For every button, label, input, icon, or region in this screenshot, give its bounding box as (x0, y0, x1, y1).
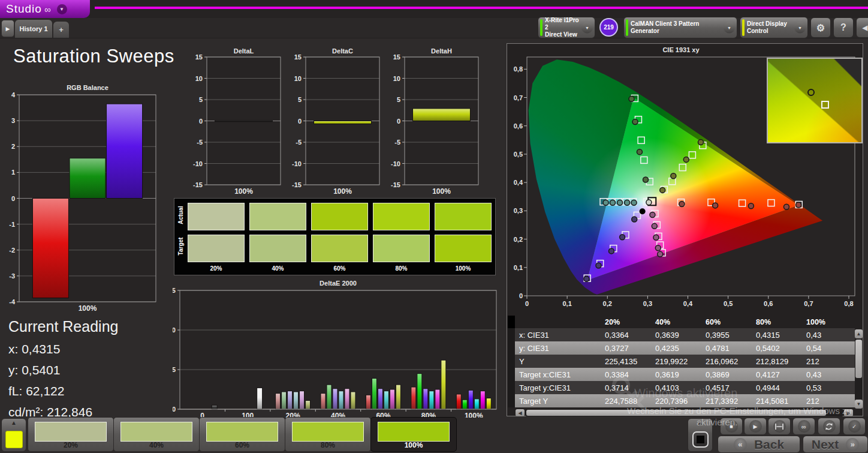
table-header-cell: 20% (604, 316, 654, 328)
table-cell: 0,54 (805, 341, 855, 355)
help-button[interactable]: ? (833, 17, 854, 38)
svg-text:0,2: 0,2 (514, 236, 523, 243)
settings-button[interactable]: ⚙ (810, 17, 831, 38)
accept-button[interactable]: ✓ (843, 418, 866, 435)
help-icon: ? (840, 22, 846, 33)
back-button[interactable]: « Back (718, 436, 800, 453)
svg-text:-4: -4 (9, 298, 16, 305)
table-cell: 0,4781 (704, 341, 755, 355)
actual-swatch-20% (188, 203, 245, 230)
table-cell: 214,5081 (755, 394, 805, 407)
table-vertical-scrollbar-thumb[interactable] (855, 340, 862, 378)
pattern-swatch-80%[interactable]: 80% (285, 417, 371, 452)
svg-text:0: 0 (199, 118, 203, 125)
pattern-window-icon (692, 431, 709, 448)
pattern-window-tile[interactable]: ▲ (688, 418, 713, 452)
table-cell: 212,8129 (755, 355, 805, 368)
yellow-target-marker (679, 164, 686, 171)
pattern-swatch-20%[interactable]: 20% (28, 417, 114, 452)
matrix-col-label: 20% (188, 265, 245, 272)
collapse-up-arrow-icon[interactable]: ▲ (688, 419, 712, 426)
play-button[interactable]: ▶ (744, 418, 767, 435)
svg-text:15: 15 (294, 53, 302, 61)
source-dropdown-caret-icon[interactable]: ▼ (724, 22, 735, 34)
source-label: CalMAN Client 3 Pattern Generator (631, 17, 724, 38)
display-dropdown-caret-icon[interactable]: ▼ (794, 22, 806, 34)
svg-text:DeltaE 2000: DeltaE 2000 (320, 280, 357, 287)
pattern-color-tile[interactable]: ▲ (1, 418, 26, 452)
green-measured-marker (632, 119, 638, 125)
stop-button[interactable]: ■ (720, 418, 743, 435)
delta-c-chart: -15-10-5051015100%DeltaC (290, 48, 381, 200)
table-header-cell: 100% (805, 316, 855, 328)
pattern-swatch-label: 40% (114, 441, 199, 449)
pattern-swatch-60%[interactable]: 60% (199, 417, 285, 452)
magenta-measured-marker (653, 235, 659, 240)
white-measured-marker (640, 208, 646, 214)
blue-measured-marker (584, 276, 589, 281)
inset-measured-marker (807, 89, 815, 96)
table-scroll-right-button[interactable]: ▶ (844, 409, 853, 416)
tab-history-1[interactable]: History 1 (15, 20, 52, 38)
magenta-measured-marker (650, 212, 655, 217)
table-row: y: CIE310,37270,42350,47810,54020,54 (508, 341, 855, 355)
current-reading-title: Current Reading (8, 318, 118, 335)
cyan-measured-marker (603, 200, 608, 205)
display-control-button[interactable]: Direct Display Control ▼ (740, 17, 808, 38)
table-horizontal-scrollbar-thumb[interactable] (526, 410, 826, 416)
pattern-swatch-label: 20% (28, 441, 113, 449)
table-cell: 220,7396 (654, 394, 704, 407)
table-cell: 0,3384 (604, 368, 654, 381)
table-scroll-down-button[interactable]: ▼ (855, 400, 863, 409)
meter-line2: Direct View (545, 31, 581, 38)
logo-menu-caret-icon[interactable]: ▼ (57, 4, 67, 14)
table-cell: 219,9922 (654, 355, 704, 368)
table-header-label (516, 316, 604, 328)
next-button[interactable]: Next » (803, 436, 868, 453)
tab-scroll-button[interactable]: ▶ (1, 20, 14, 37)
target-swatch-40% (249, 235, 306, 262)
actual-swatch-60% (311, 203, 368, 230)
svg-text:-2: -2 (9, 247, 15, 254)
meter-button[interactable]: X-Rite i1Pro 2 Direct View ▼ (538, 17, 595, 38)
svg-text:0,6: 0,6 (764, 300, 773, 307)
back-label: Back (754, 437, 784, 452)
svg-text:0: 0 (173, 406, 176, 413)
collapse-up-arrow-icon[interactable]: ▲ (2, 419, 26, 426)
table-row: Target Y224,7588220,7396217,3392214,5081… (508, 394, 855, 407)
step-button[interactable] (768, 418, 791, 435)
blue-measured-marker (608, 248, 614, 254)
pattern-source-button[interactable]: CalMAN Client 3 Pattern Generator ▼ (623, 17, 737, 38)
loop-button[interactable]: ∞ (792, 418, 815, 435)
matrix-col-label: 80% (373, 265, 430, 272)
table-cell: 0,5402 (755, 341, 805, 355)
pattern-swatch-40%[interactable]: 40% (113, 417, 200, 452)
app-logo[interactable]: Studio ∞ ▼ (0, 0, 90, 18)
delta-l-chart: -15-10-5051015100%DeltaL (191, 48, 282, 200)
yellow-target-marker (669, 178, 676, 185)
meter-dropdown-caret-icon[interactable]: ▼ (581, 22, 593, 34)
svg-text:1: 1 (11, 169, 15, 176)
svg-text:-5: -5 (197, 139, 203, 146)
table-scroll-up-button[interactable]: ▲ (855, 329, 863, 338)
svg-text:0,2: 0,2 (603, 300, 612, 307)
svg-text:-15: -15 (391, 181, 400, 188)
green-target-marker (638, 137, 644, 143)
row-label: Target y:CIE31 (516, 381, 604, 394)
next-chevron-icon: » (846, 438, 859, 451)
red-target-marker (739, 200, 746, 206)
refresh-button[interactable] (818, 418, 840, 435)
table-scroll-left-button[interactable]: ◀ (516, 409, 525, 416)
row-label: x: CIE31 (516, 328, 604, 341)
add-tab-button[interactable]: + (53, 22, 69, 38)
pattern-swatch-100%[interactable]: 100% (370, 417, 457, 452)
svg-text:-3: -3 (9, 272, 15, 280)
row-gutter-cell (508, 368, 515, 381)
collapse-button[interactable]: ◀ (856, 17, 868, 38)
table-cell: 0,4517 (704, 381, 755, 394)
green-measured-marker (643, 177, 649, 182)
table-cell: 0,4103 (654, 381, 704, 394)
green-measured-marker (629, 96, 634, 101)
reading-line: x: 0,4315 (8, 342, 118, 356)
blue-measured-marker (632, 217, 637, 222)
